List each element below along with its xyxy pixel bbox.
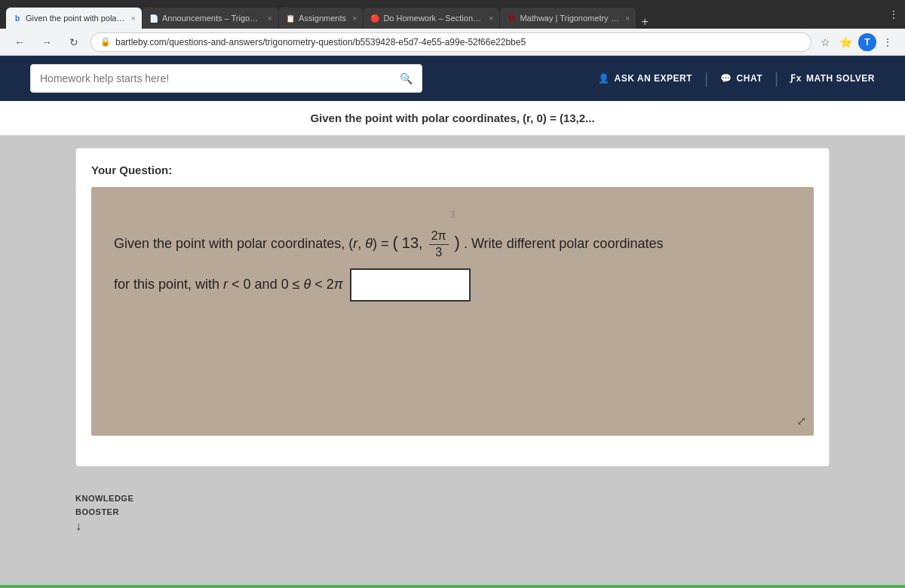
chat-icon: 💬 xyxy=(720,73,732,84)
tab-homework[interactable]: 🔴 Do Homework – Section 10.4 × xyxy=(364,8,499,29)
fraction-denominator: 3 xyxy=(433,245,444,261)
question-image-area: 3 Given the point with polar coordinates… xyxy=(91,187,814,436)
math-solver-button[interactable]: Ƒx MATH SOLVER xyxy=(790,73,875,84)
tab-close-1[interactable]: × xyxy=(131,14,136,23)
tab-favicon-3: 📋 xyxy=(285,13,296,23)
back-button[interactable]: ← xyxy=(9,32,30,53)
main-content: Your Question: 3 Given the point with po… xyxy=(0,136,905,479)
profile-button[interactable]: T xyxy=(858,33,876,51)
address-bar: ← → ↻ 🔒 bartleby.com/questions-and-answe… xyxy=(0,29,905,56)
question-text-condition: for this point, with r < 0 and 0 ≤ θ < 2… xyxy=(114,276,343,291)
browser-menu-icon[interactable]: ⋮ xyxy=(888,8,899,20)
ask-expert-button[interactable]: 👤 ASK AN EXPERT xyxy=(598,73,692,84)
header-divider-2: | xyxy=(775,70,778,87)
forward-button[interactable]: → xyxy=(36,32,57,53)
knowledge-booster: KNOWLEDGE BOOSTER ↓ xyxy=(0,479,905,545)
search-input[interactable] xyxy=(40,72,394,84)
answer-input-box[interactable] xyxy=(350,268,471,302)
bartleby-header: 🔍 👤 ASK AN EXPERT | 💬 CHAT | Ƒx MATH SOL… xyxy=(0,56,905,101)
more-button[interactable]: ⋮ xyxy=(879,33,896,51)
tab-title-5: Mathway | Trigonometry Proble xyxy=(520,14,619,23)
tab-title-3: Assignments xyxy=(299,14,346,23)
knowledge-booster-arrow[interactable]: ↓ xyxy=(75,519,830,533)
question-text-after: . Write different polar coordinates xyxy=(464,236,663,251)
tab-title-4: Do Homework – Section 10.4 xyxy=(383,14,483,23)
tab-mathway[interactable]: M Mathway | Trigonometry Proble × xyxy=(500,8,636,29)
extensions-button[interactable]: ⭐ xyxy=(836,33,855,51)
tab-favicon-5: M xyxy=(506,13,517,23)
tab-close-3[interactable]: × xyxy=(352,14,357,23)
header-divider-1: | xyxy=(704,70,708,87)
browser-chrome: b Given the point with polar coo × 📄 Ann… xyxy=(0,0,905,29)
question-num: 13, xyxy=(402,234,423,251)
tab-close-2[interactable]: × xyxy=(268,14,272,23)
question-text-prefix: Given the point with polar coordinates, … xyxy=(114,236,388,251)
question-label: Your Question: xyxy=(91,164,814,176)
tab-close-4[interactable]: × xyxy=(489,14,493,23)
address-bar-actions: ☆ ⭐ T ⋮ xyxy=(818,33,896,51)
browser-tabs: b Given the point with polar coo × 📄 Ann… xyxy=(6,0,882,29)
url-bar[interactable]: 🔒 bartleby.com/questions-and-answers/tri… xyxy=(90,32,811,52)
page-title-bar: Given the point with polar coordinates, … xyxy=(0,101,905,136)
green-bottom-bar xyxy=(0,585,905,588)
knowledge-booster-label: KNOWLEDGE BOOSTER xyxy=(75,494,133,516)
bookmark-button[interactable]: ☆ xyxy=(818,33,833,51)
header-actions: 👤 ASK AN EXPERT | 💬 CHAT | Ƒx MATH SOLVE… xyxy=(598,70,875,87)
question-container: Your Question: 3 Given the point with po… xyxy=(75,148,830,467)
page-content: 🔍 👤 ASK AN EXPERT | 💬 CHAT | Ƒx MATH SOL… xyxy=(0,56,905,588)
tab-bartleby[interactable]: b Given the point with polar coo × xyxy=(6,8,142,29)
lock-icon: 🔒 xyxy=(100,37,111,47)
search-bar[interactable]: 🔍 xyxy=(30,64,422,93)
chat-button[interactable]: 💬 CHAT xyxy=(720,73,762,84)
tab-assignments[interactable]: 📋 Assignments × xyxy=(279,8,363,29)
tab-favicon-2: 📄 xyxy=(149,13,159,23)
tab-title-2: Announcements – Trigonometr xyxy=(162,14,262,23)
math-solver-icon: Ƒx xyxy=(790,73,802,84)
tab-favicon-4: 🔴 xyxy=(370,13,380,23)
tab-close-5[interactable]: × xyxy=(625,14,630,23)
fraction-numerator: 2π xyxy=(429,228,449,245)
search-button[interactable]: 🔍 xyxy=(400,72,413,84)
expand-button[interactable]: ⤢ xyxy=(796,414,806,428)
tab-favicon-1: b xyxy=(12,13,23,23)
tab-announcements[interactable]: 📄 Announcements – Trigonometr × xyxy=(143,8,278,29)
ask-expert-label: ASK AN EXPERT xyxy=(615,73,692,84)
refresh-button[interactable]: ↻ xyxy=(63,32,84,53)
question-math: Given the point with polar coordinates, … xyxy=(114,228,791,302)
page-title: Given the point with polar coordinates, … xyxy=(30,112,875,124)
math-solver-label: MATH SOLVER xyxy=(806,73,875,84)
url-text: bartleby.com/questions-and-answers/trigo… xyxy=(115,37,802,47)
tab-title-1: Given the point with polar coo xyxy=(26,14,125,23)
chat-label: CHAT xyxy=(737,73,762,84)
bottom-bar xyxy=(91,436,814,454)
new-tab-button[interactable]: + xyxy=(637,15,652,29)
ask-expert-icon: 👤 xyxy=(598,73,610,84)
